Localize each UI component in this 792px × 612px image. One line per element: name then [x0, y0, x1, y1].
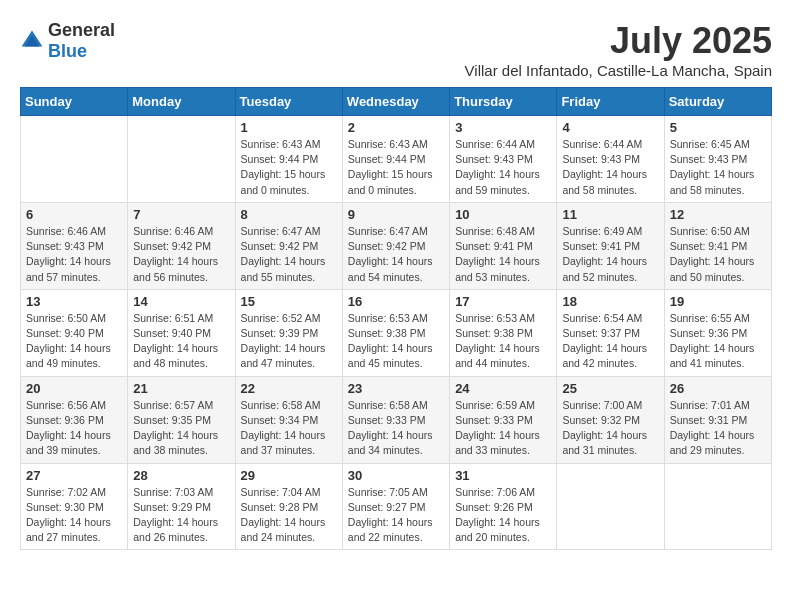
day-info: Sunrise: 7:02 AMSunset: 9:30 PMDaylight:… [26, 485, 122, 546]
logo-text: General Blue [48, 20, 115, 62]
calendar-cell: 7Sunrise: 6:46 AMSunset: 9:42 PMDaylight… [128, 202, 235, 289]
calendar-cell: 10Sunrise: 6:48 AMSunset: 9:41 PMDayligh… [450, 202, 557, 289]
day-number: 23 [348, 381, 444, 396]
calendar-cell: 27Sunrise: 7:02 AMSunset: 9:30 PMDayligh… [21, 463, 128, 550]
day-info: Sunrise: 6:59 AMSunset: 9:33 PMDaylight:… [455, 398, 551, 459]
day-number: 18 [562, 294, 658, 309]
calendar-cell: 21Sunrise: 6:57 AMSunset: 9:35 PMDayligh… [128, 376, 235, 463]
day-info: Sunrise: 6:54 AMSunset: 9:37 PMDaylight:… [562, 311, 658, 372]
weekday-header-monday: Monday [128, 88, 235, 116]
calendar-cell: 28Sunrise: 7:03 AMSunset: 9:29 PMDayligh… [128, 463, 235, 550]
day-info: Sunrise: 6:56 AMSunset: 9:36 PMDaylight:… [26, 398, 122, 459]
day-number: 15 [241, 294, 337, 309]
calendar-week-3: 13Sunrise: 6:50 AMSunset: 9:40 PMDayligh… [21, 289, 772, 376]
weekday-header-tuesday: Tuesday [235, 88, 342, 116]
calendar-week-4: 20Sunrise: 6:56 AMSunset: 9:36 PMDayligh… [21, 376, 772, 463]
calendar-cell: 12Sunrise: 6:50 AMSunset: 9:41 PMDayligh… [664, 202, 771, 289]
day-number: 11 [562, 207, 658, 222]
day-info: Sunrise: 6:44 AMSunset: 9:43 PMDaylight:… [562, 137, 658, 198]
day-info: Sunrise: 6:51 AMSunset: 9:40 PMDaylight:… [133, 311, 229, 372]
logo-icon [20, 29, 44, 53]
day-info: Sunrise: 6:43 AMSunset: 9:44 PMDaylight:… [348, 137, 444, 198]
calendar-cell: 26Sunrise: 7:01 AMSunset: 9:31 PMDayligh… [664, 376, 771, 463]
calendar-cell: 14Sunrise: 6:51 AMSunset: 9:40 PMDayligh… [128, 289, 235, 376]
day-number: 24 [455, 381, 551, 396]
day-number: 19 [670, 294, 766, 309]
weekday-header-thursday: Thursday [450, 88, 557, 116]
weekday-header-wednesday: Wednesday [342, 88, 449, 116]
calendar-cell: 25Sunrise: 7:00 AMSunset: 9:32 PMDayligh… [557, 376, 664, 463]
day-number: 5 [670, 120, 766, 135]
day-info: Sunrise: 6:55 AMSunset: 9:36 PMDaylight:… [670, 311, 766, 372]
day-info: Sunrise: 6:46 AMSunset: 9:43 PMDaylight:… [26, 224, 122, 285]
day-number: 2 [348, 120, 444, 135]
weekday-header-friday: Friday [557, 88, 664, 116]
calendar-cell: 24Sunrise: 6:59 AMSunset: 9:33 PMDayligh… [450, 376, 557, 463]
day-info: Sunrise: 6:46 AMSunset: 9:42 PMDaylight:… [133, 224, 229, 285]
calendar-cell: 13Sunrise: 6:50 AMSunset: 9:40 PMDayligh… [21, 289, 128, 376]
day-info: Sunrise: 7:04 AMSunset: 9:28 PMDaylight:… [241, 485, 337, 546]
calendar-week-2: 6Sunrise: 6:46 AMSunset: 9:43 PMDaylight… [21, 202, 772, 289]
day-info: Sunrise: 6:53 AMSunset: 9:38 PMDaylight:… [348, 311, 444, 372]
day-info: Sunrise: 6:44 AMSunset: 9:43 PMDaylight:… [455, 137, 551, 198]
day-info: Sunrise: 6:53 AMSunset: 9:38 PMDaylight:… [455, 311, 551, 372]
day-number: 12 [670, 207, 766, 222]
day-number: 21 [133, 381, 229, 396]
calendar-cell: 30Sunrise: 7:05 AMSunset: 9:27 PMDayligh… [342, 463, 449, 550]
calendar-cell [664, 463, 771, 550]
calendar-cell: 11Sunrise: 6:49 AMSunset: 9:41 PMDayligh… [557, 202, 664, 289]
calendar-cell: 19Sunrise: 6:55 AMSunset: 9:36 PMDayligh… [664, 289, 771, 376]
day-number: 17 [455, 294, 551, 309]
day-info: Sunrise: 6:57 AMSunset: 9:35 PMDaylight:… [133, 398, 229, 459]
day-info: Sunrise: 6:45 AMSunset: 9:43 PMDaylight:… [670, 137, 766, 198]
day-info: Sunrise: 6:58 AMSunset: 9:33 PMDaylight:… [348, 398, 444, 459]
day-info: Sunrise: 7:05 AMSunset: 9:27 PMDaylight:… [348, 485, 444, 546]
weekday-header-saturday: Saturday [664, 88, 771, 116]
calendar-body: 1Sunrise: 6:43 AMSunset: 9:44 PMDaylight… [21, 116, 772, 550]
day-number: 3 [455, 120, 551, 135]
weekday-header-row: SundayMondayTuesdayWednesdayThursdayFrid… [21, 88, 772, 116]
day-info: Sunrise: 7:03 AMSunset: 9:29 PMDaylight:… [133, 485, 229, 546]
day-number: 10 [455, 207, 551, 222]
title-section: July 2025 Villar del Infantado, Castille… [465, 20, 772, 79]
logo-blue: Blue [48, 41, 87, 61]
day-number: 8 [241, 207, 337, 222]
subtitle: Villar del Infantado, Castille-La Mancha… [465, 62, 772, 79]
day-number: 1 [241, 120, 337, 135]
day-info: Sunrise: 7:01 AMSunset: 9:31 PMDaylight:… [670, 398, 766, 459]
day-number: 4 [562, 120, 658, 135]
calendar-cell: 18Sunrise: 6:54 AMSunset: 9:37 PMDayligh… [557, 289, 664, 376]
day-number: 26 [670, 381, 766, 396]
weekday-header-sunday: Sunday [21, 88, 128, 116]
day-number: 16 [348, 294, 444, 309]
calendar-cell: 31Sunrise: 7:06 AMSunset: 9:26 PMDayligh… [450, 463, 557, 550]
day-number: 9 [348, 207, 444, 222]
calendar-cell [128, 116, 235, 203]
day-number: 27 [26, 468, 122, 483]
day-number: 28 [133, 468, 229, 483]
calendar-cell: 2Sunrise: 6:43 AMSunset: 9:44 PMDaylight… [342, 116, 449, 203]
calendar-cell: 1Sunrise: 6:43 AMSunset: 9:44 PMDaylight… [235, 116, 342, 203]
day-info: Sunrise: 7:00 AMSunset: 9:32 PMDaylight:… [562, 398, 658, 459]
calendar-cell: 6Sunrise: 6:46 AMSunset: 9:43 PMDaylight… [21, 202, 128, 289]
calendar-cell: 15Sunrise: 6:52 AMSunset: 9:39 PMDayligh… [235, 289, 342, 376]
day-info: Sunrise: 6:47 AMSunset: 9:42 PMDaylight:… [348, 224, 444, 285]
calendar-cell: 22Sunrise: 6:58 AMSunset: 9:34 PMDayligh… [235, 376, 342, 463]
calendar-week-5: 27Sunrise: 7:02 AMSunset: 9:30 PMDayligh… [21, 463, 772, 550]
day-number: 13 [26, 294, 122, 309]
day-number: 30 [348, 468, 444, 483]
main-title: July 2025 [465, 20, 772, 62]
logo: General Blue [20, 20, 115, 62]
day-info: Sunrise: 6:47 AMSunset: 9:42 PMDaylight:… [241, 224, 337, 285]
day-number: 31 [455, 468, 551, 483]
calendar-cell: 5Sunrise: 6:45 AMSunset: 9:43 PMDaylight… [664, 116, 771, 203]
day-number: 25 [562, 381, 658, 396]
logo-general: General [48, 20, 115, 40]
day-info: Sunrise: 6:50 AMSunset: 9:40 PMDaylight:… [26, 311, 122, 372]
day-number: 29 [241, 468, 337, 483]
day-info: Sunrise: 7:06 AMSunset: 9:26 PMDaylight:… [455, 485, 551, 546]
day-number: 22 [241, 381, 337, 396]
calendar-cell [557, 463, 664, 550]
day-number: 6 [26, 207, 122, 222]
day-info: Sunrise: 6:58 AMSunset: 9:34 PMDaylight:… [241, 398, 337, 459]
